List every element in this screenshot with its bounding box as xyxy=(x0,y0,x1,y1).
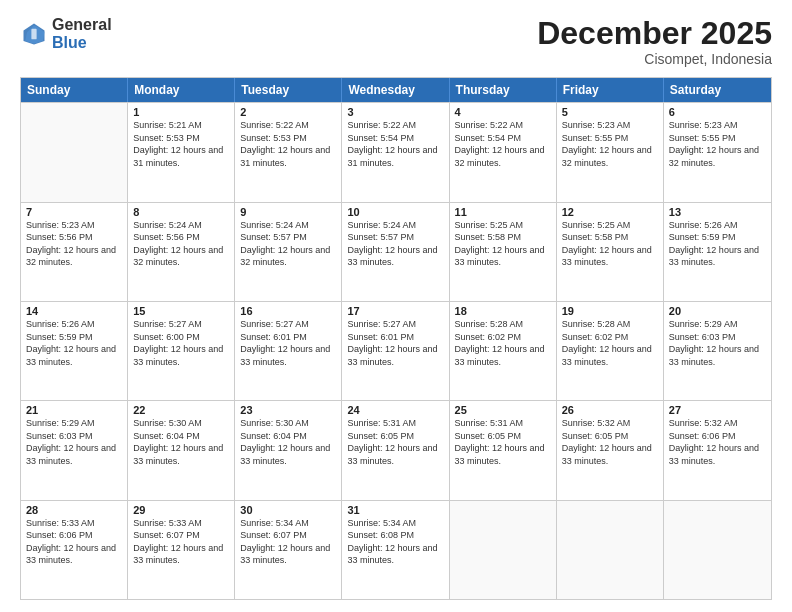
cal-cell-1-5: 4Sunrise: 5:22 AMSunset: 5:54 PMDaylight… xyxy=(450,103,557,201)
daylight-text: Daylight: 12 hours and 33 minutes. xyxy=(455,344,545,367)
day-number: 9 xyxy=(240,206,336,218)
day-info: Sunrise: 5:26 AMSunset: 5:59 PMDaylight:… xyxy=(669,219,766,269)
sunrise-text: Sunrise: 5:31 AM xyxy=(455,418,524,428)
daylight-text: Daylight: 12 hours and 32 minutes. xyxy=(133,245,223,268)
day-number: 21 xyxy=(26,404,122,416)
daylight-text: Daylight: 12 hours and 31 minutes. xyxy=(347,145,437,168)
daylight-text: Daylight: 12 hours and 33 minutes. xyxy=(133,443,223,466)
cal-cell-3-4: 17Sunrise: 5:27 AMSunset: 6:01 PMDayligh… xyxy=(342,302,449,400)
cal-cell-5-6 xyxy=(557,501,664,599)
sunset-text: Sunset: 6:01 PM xyxy=(347,332,414,342)
header: General Blue December 2025 Cisompet, Ind… xyxy=(20,16,772,67)
sunset-text: Sunset: 5:53 PM xyxy=(133,133,200,143)
cal-header-friday: Friday xyxy=(557,78,664,102)
daylight-text: Daylight: 12 hours and 33 minutes. xyxy=(347,443,437,466)
day-number: 17 xyxy=(347,305,443,317)
daylight-text: Daylight: 12 hours and 33 minutes. xyxy=(455,245,545,268)
day-info: Sunrise: 5:33 AMSunset: 6:06 PMDaylight:… xyxy=(26,517,122,567)
day-info: Sunrise: 5:24 AMSunset: 5:57 PMDaylight:… xyxy=(240,219,336,269)
sunset-text: Sunset: 5:59 PM xyxy=(26,332,93,342)
sunrise-text: Sunrise: 5:23 AM xyxy=(26,220,95,230)
daylight-text: Daylight: 12 hours and 33 minutes. xyxy=(240,543,330,566)
page: General Blue December 2025 Cisompet, Ind… xyxy=(0,0,792,612)
daylight-text: Daylight: 12 hours and 32 minutes. xyxy=(669,145,759,168)
cal-cell-5-7 xyxy=(664,501,771,599)
day-number: 20 xyxy=(669,305,766,317)
sunset-text: Sunset: 6:06 PM xyxy=(26,530,93,540)
cal-cell-4-4: 24Sunrise: 5:31 AMSunset: 6:05 PMDayligh… xyxy=(342,401,449,499)
day-number: 13 xyxy=(669,206,766,218)
cal-cell-1-4: 3Sunrise: 5:22 AMSunset: 5:54 PMDaylight… xyxy=(342,103,449,201)
sunset-text: Sunset: 6:07 PM xyxy=(240,530,307,540)
sunset-text: Sunset: 6:08 PM xyxy=(347,530,414,540)
daylight-text: Daylight: 12 hours and 32 minutes. xyxy=(240,245,330,268)
cal-cell-5-5 xyxy=(450,501,557,599)
sunrise-text: Sunrise: 5:24 AM xyxy=(240,220,309,230)
sunrise-text: Sunrise: 5:29 AM xyxy=(669,319,738,329)
sunset-text: Sunset: 6:02 PM xyxy=(455,332,522,342)
day-info: Sunrise: 5:34 AMSunset: 6:07 PMDaylight:… xyxy=(240,517,336,567)
sunset-text: Sunset: 5:59 PM xyxy=(669,232,736,242)
sunrise-text: Sunrise: 5:27 AM xyxy=(240,319,309,329)
sunrise-text: Sunrise: 5:28 AM xyxy=(562,319,631,329)
sunrise-text: Sunrise: 5:23 AM xyxy=(562,120,631,130)
day-info: Sunrise: 5:25 AMSunset: 5:58 PMDaylight:… xyxy=(562,219,658,269)
sunset-text: Sunset: 5:56 PM xyxy=(133,232,200,242)
day-number: 15 xyxy=(133,305,229,317)
daylight-text: Daylight: 12 hours and 31 minutes. xyxy=(133,145,223,168)
daylight-text: Daylight: 12 hours and 31 minutes. xyxy=(240,145,330,168)
logo-blue-text: Blue xyxy=(52,34,112,52)
day-number: 27 xyxy=(669,404,766,416)
daylight-text: Daylight: 12 hours and 33 minutes. xyxy=(562,245,652,268)
sunrise-text: Sunrise: 5:33 AM xyxy=(133,518,202,528)
sunrise-text: Sunrise: 5:33 AM xyxy=(26,518,95,528)
day-number: 29 xyxy=(133,504,229,516)
day-number: 24 xyxy=(347,404,443,416)
sunrise-text: Sunrise: 5:26 AM xyxy=(669,220,738,230)
sunrise-text: Sunrise: 5:23 AM xyxy=(669,120,738,130)
sunset-text: Sunset: 5:55 PM xyxy=(562,133,629,143)
sunrise-text: Sunrise: 5:25 AM xyxy=(562,220,631,230)
cal-cell-5-4: 31Sunrise: 5:34 AMSunset: 6:08 PMDayligh… xyxy=(342,501,449,599)
sunset-text: Sunset: 6:03 PM xyxy=(26,431,93,441)
cal-header-sunday: Sunday xyxy=(21,78,128,102)
day-info: Sunrise: 5:28 AMSunset: 6:02 PMDaylight:… xyxy=(562,318,658,368)
sunrise-text: Sunrise: 5:22 AM xyxy=(240,120,309,130)
cal-cell-2-2: 8Sunrise: 5:24 AMSunset: 5:56 PMDaylight… xyxy=(128,203,235,301)
cal-cell-5-3: 30Sunrise: 5:34 AMSunset: 6:07 PMDayligh… xyxy=(235,501,342,599)
day-info: Sunrise: 5:27 AMSunset: 6:01 PMDaylight:… xyxy=(240,318,336,368)
day-number: 22 xyxy=(133,404,229,416)
day-info: Sunrise: 5:25 AMSunset: 5:58 PMDaylight:… xyxy=(455,219,551,269)
daylight-text: Daylight: 12 hours and 32 minutes. xyxy=(455,145,545,168)
cal-cell-4-6: 26Sunrise: 5:32 AMSunset: 6:05 PMDayligh… xyxy=(557,401,664,499)
daylight-text: Daylight: 12 hours and 33 minutes. xyxy=(347,344,437,367)
daylight-text: Daylight: 12 hours and 33 minutes. xyxy=(669,245,759,268)
sunset-text: Sunset: 5:54 PM xyxy=(455,133,522,143)
daylight-text: Daylight: 12 hours and 33 minutes. xyxy=(133,344,223,367)
sunrise-text: Sunrise: 5:26 AM xyxy=(26,319,95,329)
cal-cell-2-4: 10Sunrise: 5:24 AMSunset: 5:57 PMDayligh… xyxy=(342,203,449,301)
day-number: 12 xyxy=(562,206,658,218)
daylight-text: Daylight: 12 hours and 33 minutes. xyxy=(240,344,330,367)
day-info: Sunrise: 5:27 AMSunset: 6:01 PMDaylight:… xyxy=(347,318,443,368)
sunrise-text: Sunrise: 5:24 AM xyxy=(347,220,416,230)
cal-cell-2-3: 9Sunrise: 5:24 AMSunset: 5:57 PMDaylight… xyxy=(235,203,342,301)
day-info: Sunrise: 5:31 AMSunset: 6:05 PMDaylight:… xyxy=(347,417,443,467)
cal-cell-2-5: 11Sunrise: 5:25 AMSunset: 5:58 PMDayligh… xyxy=(450,203,557,301)
daylight-text: Daylight: 12 hours and 33 minutes. xyxy=(669,344,759,367)
cal-cell-2-7: 13Sunrise: 5:26 AMSunset: 5:59 PMDayligh… xyxy=(664,203,771,301)
logo-icon xyxy=(20,20,48,48)
sunset-text: Sunset: 6:07 PM xyxy=(133,530,200,540)
cal-week-3: 14Sunrise: 5:26 AMSunset: 5:59 PMDayligh… xyxy=(21,301,771,400)
sunrise-text: Sunrise: 5:25 AM xyxy=(455,220,524,230)
day-info: Sunrise: 5:29 AMSunset: 6:03 PMDaylight:… xyxy=(26,417,122,467)
day-info: Sunrise: 5:33 AMSunset: 6:07 PMDaylight:… xyxy=(133,517,229,567)
daylight-text: Daylight: 12 hours and 33 minutes. xyxy=(133,543,223,566)
cal-header-thursday: Thursday xyxy=(450,78,557,102)
day-info: Sunrise: 5:23 AMSunset: 5:56 PMDaylight:… xyxy=(26,219,122,269)
day-number: 3 xyxy=(347,106,443,118)
daylight-text: Daylight: 12 hours and 33 minutes. xyxy=(347,543,437,566)
page-subtitle: Cisompet, Indonesia xyxy=(537,51,772,67)
sunrise-text: Sunrise: 5:22 AM xyxy=(347,120,416,130)
sunset-text: Sunset: 5:57 PM xyxy=(240,232,307,242)
